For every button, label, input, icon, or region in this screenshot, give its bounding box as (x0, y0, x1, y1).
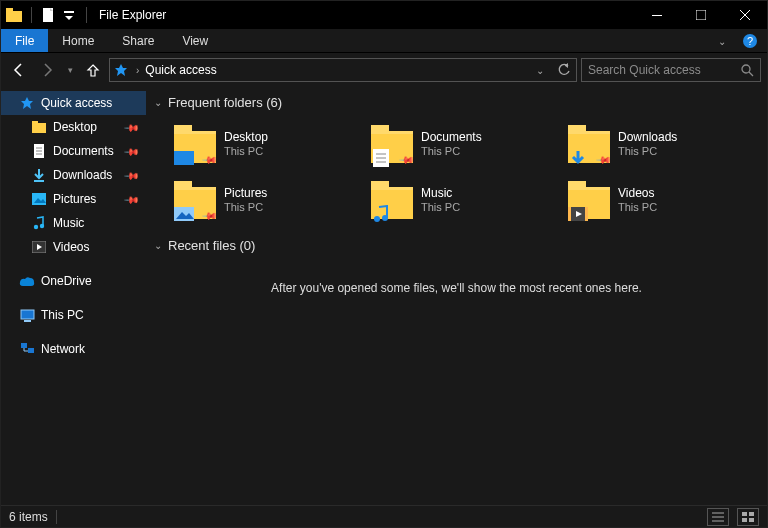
search-box[interactable] (581, 58, 761, 82)
sidebar-item-desktop[interactable]: Desktop 📌 (1, 115, 146, 139)
ribbon-expand-icon[interactable]: ⌄ (711, 30, 733, 52)
forward-button[interactable] (35, 58, 59, 82)
address-bar[interactable]: › Quick access ⌄ (109, 58, 577, 82)
svg-rect-32 (21, 343, 27, 348)
chevron-right-icon[interactable]: › (136, 65, 139, 76)
qat-dropdown-icon[interactable] (60, 6, 78, 24)
svg-rect-71 (749, 518, 754, 522)
address-dropdown-icon[interactable]: ⌄ (532, 65, 548, 76)
sidebar-item-quick-access[interactable]: Quick access (1, 91, 146, 115)
qat-new-file-icon[interactable] (40, 6, 58, 24)
svg-rect-70 (742, 518, 747, 522)
sidebar-item-label: Music (53, 216, 84, 230)
folder-name: Music (421, 186, 460, 200)
pin-icon: 📌 (124, 119, 140, 135)
svg-point-57 (382, 215, 388, 221)
picture-overlay-icon (174, 207, 194, 221)
folder-item-documents[interactable]: 📌 Documents This PC (371, 120, 556, 168)
sidebar-item-label: Documents (53, 144, 114, 158)
svg-rect-63 (585, 207, 588, 221)
group-header-recent[interactable]: ⌄ Recent files (0) (146, 234, 767, 257)
content-pane: ⌄ Frequent folders (6) 📌 Desktop This PC (146, 87, 767, 505)
svg-rect-4 (64, 11, 74, 13)
svg-point-27 (40, 224, 44, 228)
folder-item-videos[interactable]: Videos This PC (568, 176, 753, 224)
pc-icon (19, 307, 35, 323)
close-button[interactable] (723, 1, 767, 29)
svg-rect-69 (749, 512, 754, 516)
tab-file[interactable]: File (1, 29, 48, 52)
video-overlay-icon (568, 207, 588, 221)
minimize-button[interactable] (635, 1, 679, 29)
sidebar-item-videos[interactable]: Videos (1, 235, 146, 259)
app-icon (5, 6, 23, 24)
separator (31, 7, 32, 23)
frequent-folders-grid: 📌 Desktop This PC 📌 Documents (146, 114, 767, 234)
sidebar-item-this-pc[interactable]: This PC (1, 303, 146, 327)
network-icon (19, 341, 35, 357)
window-title: File Explorer (99, 8, 166, 22)
help-icon[interactable]: ? (739, 30, 761, 52)
view-large-icons-button[interactable] (737, 508, 759, 526)
up-button[interactable] (81, 58, 105, 82)
file-explorer-window: File Explorer File Home Share View ⌄ ? ▾ (0, 0, 768, 528)
tab-view[interactable]: View (168, 29, 222, 52)
back-button[interactable] (7, 58, 31, 82)
svg-rect-54 (371, 181, 389, 189)
document-icon (31, 143, 47, 159)
folder-item-downloads[interactable]: 📌 Downloads This PC (568, 120, 753, 168)
sidebar-item-music[interactable]: Music (1, 211, 146, 235)
folder-item-pictures[interactable]: 📌 Pictures This PC (174, 176, 359, 224)
search-icon[interactable] (741, 64, 754, 77)
sidebar-item-label: Videos (53, 240, 89, 254)
maximize-button[interactable] (679, 1, 723, 29)
group-header-frequent[interactable]: ⌄ Frequent folders (6) (146, 91, 767, 114)
svg-marker-5 (65, 16, 73, 20)
star-icon (19, 95, 35, 111)
status-item-count: 6 items (9, 510, 48, 524)
chevron-down-icon: ⌄ (154, 97, 162, 108)
svg-rect-6 (652, 15, 662, 16)
group-header-label: Recent files (0) (168, 238, 255, 253)
folder-item-desktop[interactable]: 📌 Desktop This PC (174, 120, 359, 168)
recent-locations-dropdown[interactable]: ▾ (63, 58, 77, 82)
sidebar-item-downloads[interactable]: Downloads 📌 (1, 163, 146, 187)
view-details-button[interactable] (707, 508, 729, 526)
body: Quick access Desktop 📌 Documents 📌 Downl… (1, 87, 767, 505)
sidebar-item-pictures[interactable]: Pictures 📌 (1, 187, 146, 211)
folder-item-music[interactable]: Music This PC (371, 176, 556, 224)
search-input[interactable] (588, 63, 741, 77)
sidebar-item-network[interactable]: Network (1, 337, 146, 361)
folder-sub: This PC (224, 144, 268, 158)
svg-rect-62 (568, 207, 571, 221)
onedrive-icon (19, 273, 35, 289)
svg-rect-17 (32, 123, 46, 133)
svg-marker-16 (21, 97, 33, 109)
ribbon: File Home Share View ⌄ ? (1, 29, 767, 53)
svg-rect-35 (174, 125, 192, 133)
svg-rect-33 (28, 348, 34, 353)
qat (1, 6, 93, 24)
svg-rect-37 (174, 151, 194, 165)
sidebar-item-label: OneDrive (41, 274, 92, 288)
refresh-icon[interactable] (554, 60, 574, 80)
tab-home[interactable]: Home (48, 29, 108, 52)
address-location[interactable]: Quick access (145, 63, 216, 77)
sidebar-item-onedrive[interactable]: OneDrive (1, 269, 146, 293)
svg-rect-18 (32, 121, 38, 124)
sidebar-item-documents[interactable]: Documents 📌 (1, 139, 146, 163)
svg-rect-1 (6, 8, 13, 12)
svg-line-15 (749, 72, 753, 76)
folder-name: Documents (421, 130, 482, 144)
svg-rect-31 (24, 320, 31, 322)
music-overlay-icon (371, 207, 391, 221)
sidebar-item-label: This PC (41, 308, 84, 322)
sidebar-item-label: Quick access (41, 96, 112, 110)
svg-point-56 (374, 216, 380, 222)
desktop-overlay-icon (174, 151, 194, 165)
tab-share[interactable]: Share (108, 29, 168, 52)
folder-name: Videos (618, 186, 657, 200)
navigation-pane: Quick access Desktop 📌 Documents 📌 Downl… (1, 87, 146, 505)
picture-icon (31, 191, 47, 207)
nav-row: ▾ › Quick access ⌄ (1, 53, 767, 87)
